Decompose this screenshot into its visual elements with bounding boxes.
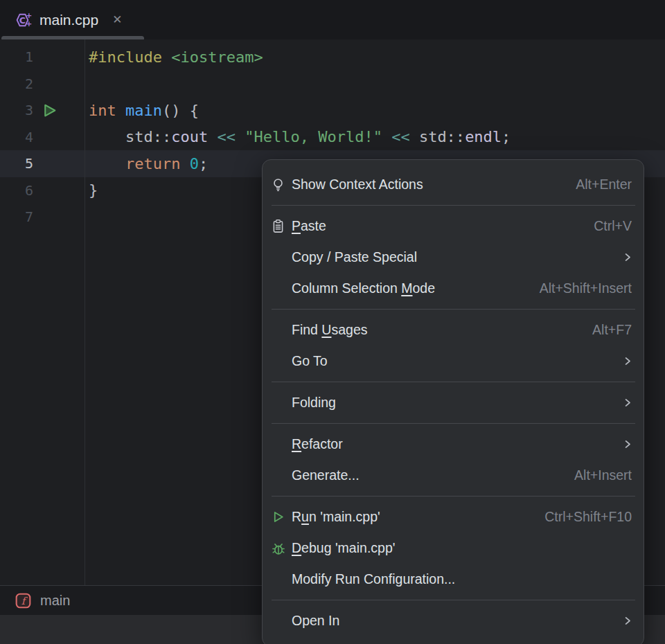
menu-item-shortcut: Alt+Enter: [576, 177, 632, 193]
menu-item-label: Find Usages: [292, 322, 368, 338]
line-number: 2: [0, 75, 33, 92]
label-text: Modify Run Configuration...: [292, 571, 455, 587]
menu-item-open-in[interactable]: Open In: [263, 605, 644, 636]
label-mnemonic: R: [292, 436, 301, 451]
label-text: R: [292, 509, 301, 524]
menu-item-end: [623, 616, 632, 625]
breadcrumb-main[interactable]: f main: [15, 593, 70, 609]
label-text: Folding: [292, 395, 336, 410]
menu-item-refactor[interactable]: Refactor: [263, 429, 644, 460]
line-number: 4: [0, 129, 33, 145]
menu-item-end: Alt+Shift+Insert: [540, 280, 632, 296]
menu-item-copy-paste-special[interactable]: Copy / Paste Special: [263, 242, 644, 273]
label-text: sages: [331, 322, 367, 337]
menu-item-generate[interactable]: Generate...Alt+Insert: [263, 460, 644, 491]
menu-item-end: [623, 357, 632, 366]
svg-text:C: C: [19, 15, 26, 25]
menu-separator: [272, 600, 635, 600]
label-mnemonic: P: [292, 218, 301, 233]
menu-item-label: Modify Run Configuration...: [292, 571, 455, 587]
label-text: ebug 'main.cpp': [301, 540, 395, 555]
token-plain: [208, 128, 217, 145]
chevron-right-icon: [623, 253, 632, 262]
tab-close-icon[interactable]: ✕: [112, 14, 122, 26]
label-mnemonic: M: [401, 280, 412, 296]
token-string: <iostream>: [171, 48, 263, 66]
menu-item-shortcut: Ctrl+V: [594, 218, 632, 234]
menu-item-end: Ctrl+Shift+F10: [544, 509, 632, 525]
token-plain: }: [89, 181, 98, 199]
menu-item-debug-main-cpp[interactable]: Debug 'main.cpp': [263, 533, 644, 564]
token-plain: () {: [162, 102, 199, 119]
token-plain: std::: [89, 128, 171, 145]
token-keyword: return: [125, 155, 180, 172]
label-text: aste: [301, 218, 326, 233]
menu-item-folding[interactable]: Folding: [263, 387, 644, 418]
chevron-right-icon: [623, 616, 632, 625]
token-plain: [236, 128, 245, 145]
line-number: 1: [0, 48, 33, 65]
token-string: "Hello, World!": [245, 128, 382, 145]
gutter-separator: [85, 39, 85, 585]
line-number: 6: [0, 182, 33, 199]
code-line-3[interactable]: 3 int main() {: [0, 97, 665, 124]
label-mnemonic: D: [292, 540, 301, 555]
menu-item-shortcut: Alt+F7: [592, 322, 632, 338]
code-text: std::cout << "Hello, World!" << std::end…: [85, 128, 511, 145]
chevron-right-icon: [623, 398, 632, 407]
menu-item-show-context-actions[interactable]: Show Context ActionsAlt+Enter: [263, 169, 644, 200]
token-plain: ;: [199, 155, 208, 172]
code-line-4[interactable]: 4 std::cout << "Hello, World!" << std::e…: [0, 124, 665, 151]
menu-item-find-usages[interactable]: Find UsagesAlt+F7: [263, 314, 644, 346]
token-number: 0: [190, 155, 199, 172]
menu-item-shortcut: Alt+Shift+Insert: [540, 280, 632, 296]
code-text: }: [85, 181, 98, 199]
token-variable: endl: [465, 128, 502, 145]
menu-item-label: Refactor: [292, 436, 343, 452]
token-keyword: int: [89, 102, 116, 119]
menu-item-run-main-cpp[interactable]: Run 'main.cpp'Ctrl+Shift+F10: [263, 501, 644, 533]
menu-item-label: Run 'main.cpp': [292, 509, 380, 525]
menu-item-go-to[interactable]: Go To: [263, 346, 644, 377]
menu-item-paste[interactable]: PasteCtrl+V: [263, 211, 644, 242]
line-number: 7: [0, 208, 33, 225]
menu-item-label: Go To: [292, 353, 328, 369]
token-plain: ;: [502, 128, 511, 145]
menu-item-label: Generate...: [292, 467, 360, 483]
function-icon: f: [15, 593, 31, 609]
gutter-run-icon[interactable]: [33, 102, 85, 119]
menu-item-label: Copy / Paste Special: [292, 249, 417, 265]
menu-separator: [272, 496, 635, 497]
label-text: Copy / Paste Special: [292, 249, 417, 265]
menu-separator: [272, 205, 635, 206]
token-plain: std::: [410, 128, 465, 145]
menu-item-end: Alt+Insert: [574, 467, 632, 483]
menu-item-label: Open In: [292, 613, 339, 629]
clipboard-icon: [271, 219, 292, 233]
menu-item-modify-run-configuration[interactable]: Modify Run Configuration...: [263, 564, 644, 595]
menu-item-label: Column Selection Mode: [292, 280, 435, 296]
label-text: Generate...: [292, 467, 360, 483]
editor-context-menu: Show Context ActionsAlt+Enter PasteCtrl+…: [262, 159, 644, 644]
label-text: Go To: [292, 353, 328, 368]
chevron-right-icon: [623, 440, 632, 449]
menu-separator: [272, 382, 635, 382]
menu-item-label: Show Context Actions: [292, 177, 423, 193]
tab-title: main.cpp: [39, 12, 98, 28]
menu-item-column-selection-mode[interactable]: Column Selection ModeAlt+Shift+Insert: [263, 273, 644, 304]
menu-item-label: Folding: [292, 395, 336, 411]
code-text: int main() {: [85, 102, 199, 119]
code-line-2[interactable]: 2: [0, 71, 665, 98]
menu-item-shortcut: Alt+Insert: [574, 467, 632, 483]
token-operator: <<: [217, 128, 236, 145]
token-directive: #include: [89, 48, 171, 66]
label-text: n 'main.cpp': [309, 509, 380, 524]
label-mnemonic: U: [321, 322, 331, 337]
label-text: efactor: [301, 436, 343, 451]
code-line-1[interactable]: 1#include <iostream>: [0, 44, 665, 71]
menu-item-shortcut: Ctrl+Shift+F10: [544, 509, 632, 525]
code-text: return 0;: [85, 155, 208, 172]
token-plain: [89, 155, 125, 172]
menu-item-end: [623, 398, 632, 407]
tab-main-cpp[interactable]: C + + main.cpp ✕: [0, 0, 144, 39]
